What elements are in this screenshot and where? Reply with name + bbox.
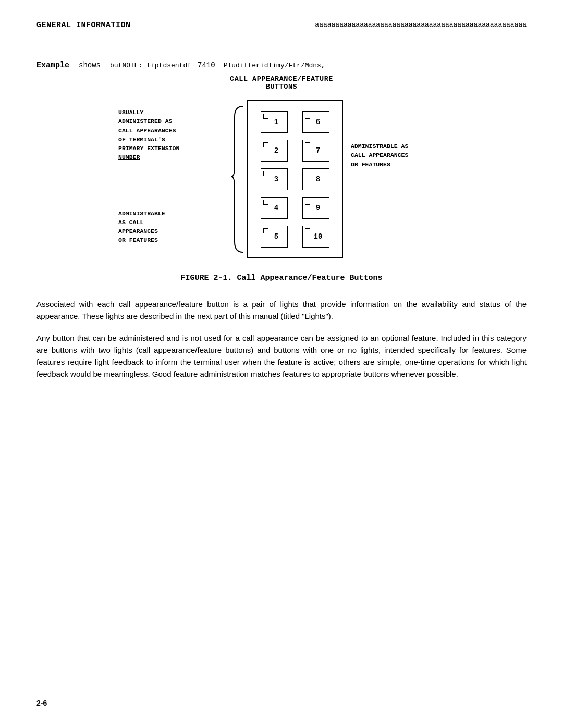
model-number: 7410 [198,61,215,69]
btn-indicator-4 [263,200,268,205]
btn-cell-10: 10 [295,222,337,251]
btn-9: 9 [302,197,329,219]
btn-indicator-3 [263,171,268,176]
btn-label-8: 8 [316,175,320,183]
btn-10: 10 [302,226,329,248]
btn-2: 2 [261,140,288,162]
plus-text: Pludiffer+dlimy/Ftr/Mdns, [224,61,325,69]
btn-7: 7 [302,140,329,162]
page-header: GENERAL INFORMATION aaaaaaaaaaaaaaaaaaaa… [36,21,527,30]
header-dashes: aaaaaaaaaaaaaaaaaaaaaaaaaaaaaaaaaaaaaaaa… [315,21,527,29]
btn-cell-2: 2 [253,136,295,165]
btn-cell-5: 5 [253,222,295,251]
right-label-block: ADMINISTRABLE AS CALL APPEARANCES OR FEA… [351,142,445,169]
btn-label-10: 10 [314,232,323,241]
btn-6: 6 [302,111,329,133]
buttons-section: 1 6 2 [230,100,343,258]
btn-cell-9: 9 [295,193,337,222]
btn-indicator-10 [305,228,310,233]
left-label-lower: ADMINISTRABLE AS CALL APPEARANCES OR FEA… [118,209,223,245]
btn-label-6: 6 [316,118,320,126]
example-line: Example shows butNOTE: fiptdsentdf 7410 … [36,61,527,70]
btn-1: 1 [261,111,288,133]
btn-cell-1: 1 [253,107,295,136]
figure-caption: FIGURE 2-1. Call Appearance/Feature Butt… [36,274,527,282]
btn-indicator-2 [263,142,268,147]
btn-cell-3: 3 [253,165,295,193]
btn-indicator-7 [305,142,310,147]
btn-4: 4 [261,197,288,219]
shows-text: shows [79,61,101,69]
button-grid: 1 6 2 [247,100,343,258]
left-label-upper: USUALLY ADMINISTERED AS CALL APPEARANCES… [118,108,223,162]
example-label: Example [36,61,69,70]
btn-label-4: 4 [274,204,278,212]
btn-label-5: 5 [274,232,278,241]
figure-title: CALL APPEARANCE/FEATURE BUTTONS [230,75,333,91]
btn-cell-7: 7 [295,136,337,165]
btn-cell-8: 8 [295,165,337,193]
bracket-svg [230,101,245,257]
btn-label-2: 2 [274,146,278,155]
btn-label-1: 1 [274,118,278,126]
btn-indicator-1 [263,114,268,119]
btn-3: 3 [261,168,288,190]
left-labels: USUALLY ADMINISTERED AS CALL APPEARANCES… [118,105,223,245]
btn-5: 5 [261,226,288,248]
btn-label-9: 9 [316,204,320,212]
btn-cell-4: 4 [253,193,295,222]
btn-8: 8 [302,168,329,190]
btn-cell-6: 6 [295,107,337,136]
figure-area: CALL APPEARANCE/FEATURE BUTTONS USUALLY … [36,75,527,258]
btn-label-3: 3 [274,175,278,183]
body-para-1: Associated with each call appearance/fea… [36,298,527,323]
btn-label-7: 7 [316,146,320,155]
btn-indicator-6 [305,114,310,119]
btn-indicator-8 [305,171,310,176]
body-para-2: Any button that can be administered and … [36,332,527,380]
button-note-text: butNOTE: fiptdsentdf [110,61,191,69]
header-title: GENERAL INFORMATION [36,21,131,30]
btn-indicator-5 [263,228,268,233]
left-bracket [230,100,245,258]
right-labels: ADMINISTRABLE AS CALL APPEARANCES OR FEA… [351,100,445,169]
btn-indicator-9 [305,200,310,205]
diagram-container: USUALLY ADMINISTERED AS CALL APPEARANCES… [36,100,527,258]
page: GENERAL INFORMATION aaaaaaaaaaaaaaaaaaaa… [0,0,563,728]
page-number: 2-6 [36,699,47,707]
